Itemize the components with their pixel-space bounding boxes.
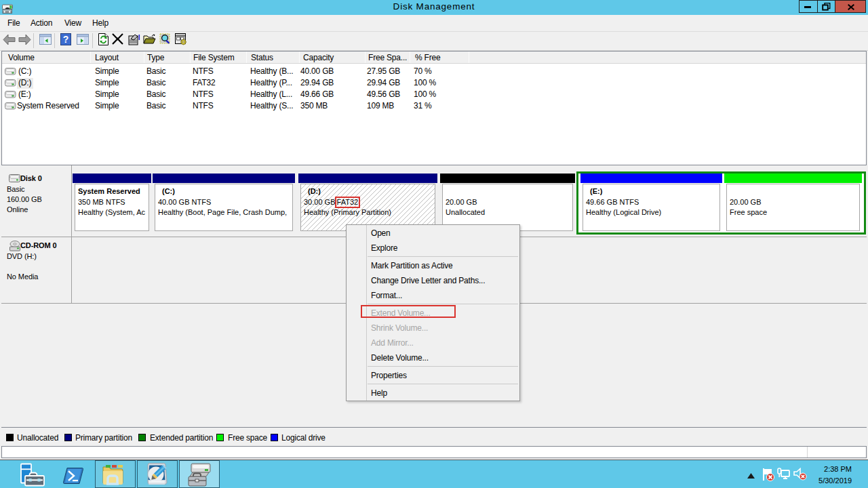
svg-text:?: ? <box>63 34 68 45</box>
